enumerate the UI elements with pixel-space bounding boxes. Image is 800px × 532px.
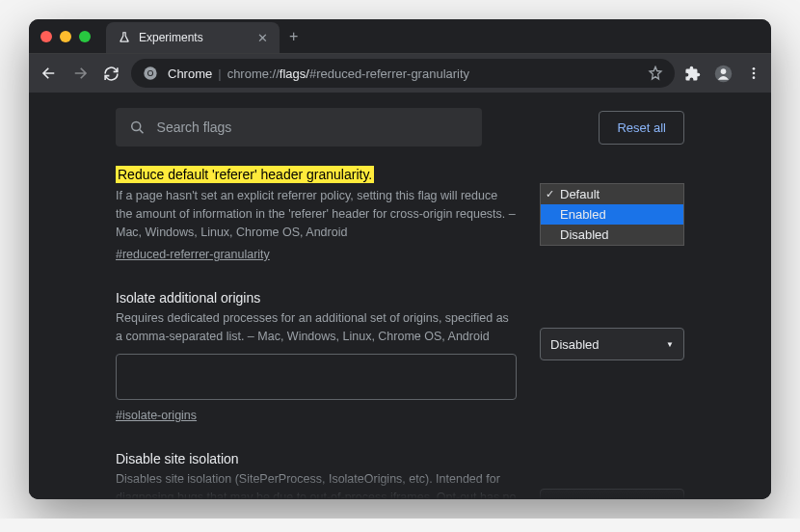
maximize-window-button[interactable] xyxy=(79,31,91,42)
chevron-down-icon: ▼ xyxy=(666,340,674,349)
flask-icon xyxy=(118,31,131,44)
dropdown-option-disabled[interactable]: Disabled xyxy=(541,225,683,245)
reload-button[interactable] xyxy=(100,63,121,84)
flag-description: Disables site isolation (SitePerProcess,… xyxy=(116,470,517,499)
svg-point-7 xyxy=(753,76,756,79)
tab-title: Experiments xyxy=(139,31,250,44)
search-flags-field[interactable] xyxy=(157,120,468,135)
svg-point-5 xyxy=(753,67,756,70)
dropdown-option-default[interactable]: ✓Default xyxy=(541,184,683,204)
flag-title: Disable site isolation xyxy=(116,451,239,466)
flag-select[interactable]: Default ▼ xyxy=(540,489,684,499)
flag-description: Requires dedicated processes for an addi… xyxy=(116,309,517,346)
search-icon xyxy=(129,119,146,136)
profile-avatar-icon[interactable] xyxy=(714,65,733,83)
toolbar-actions xyxy=(684,65,761,83)
close-window-button[interactable] xyxy=(40,31,52,42)
new-tab-button[interactable]: + xyxy=(289,28,298,45)
flag-title: Reduce default 'referer' header granular… xyxy=(116,166,374,183)
window-controls xyxy=(40,31,91,42)
flag-item: Disable site isolation Disables site iso… xyxy=(116,450,684,499)
page-content: Reset all Reduce default 'referer' heade… xyxy=(29,93,771,499)
check-icon: ✓ xyxy=(546,188,554,200)
browser-window: Experiments ✕ + Chrome | chrome://flags/… xyxy=(29,19,771,499)
flag-origins-textarea[interactable] xyxy=(116,354,517,400)
back-button[interactable] xyxy=(39,63,60,84)
close-tab-icon[interactable]: ✕ xyxy=(257,31,268,45)
svg-point-4 xyxy=(721,68,727,74)
search-flags-input[interactable] xyxy=(116,108,482,146)
flag-item: Isolate additional origins Requires dedi… xyxy=(116,289,684,423)
address-bar[interactable]: Chrome | chrome://flags/#reduced-referre… xyxy=(131,59,675,88)
browser-tab[interactable]: Experiments ✕ xyxy=(106,22,280,53)
minimize-window-button[interactable] xyxy=(60,31,71,42)
kebab-menu-icon[interactable] xyxy=(746,66,761,81)
flag-hash-link[interactable]: #reduced-referrer-granularity xyxy=(116,248,270,261)
flag-description: If a page hasn't set an explicit referre… xyxy=(116,187,517,241)
flag-hash-link[interactable]: #isolate-origins xyxy=(116,409,197,422)
flag-title: Isolate additional origins xyxy=(116,290,260,306)
toolbar: Chrome | chrome://flags/#reduced-referre… xyxy=(29,54,771,93)
forward-button[interactable] xyxy=(69,63,91,84)
dropdown-option-enabled[interactable]: Enabled xyxy=(541,204,683,225)
svg-point-6 xyxy=(753,72,756,75)
bookmark-star-icon[interactable] xyxy=(648,66,663,81)
chrome-icon xyxy=(143,66,158,81)
flag-select[interactable]: Disabled ▼ xyxy=(540,328,684,360)
extensions-icon[interactable] xyxy=(684,66,701,82)
svg-point-8 xyxy=(132,121,141,130)
flag-select-dropdown: ✓Default Enabled Disabled xyxy=(540,183,684,246)
url-text: Chrome | chrome://flags/#reduced-referre… xyxy=(168,66,469,81)
svg-point-2 xyxy=(148,71,152,75)
reset-all-button[interactable]: Reset all xyxy=(599,111,684,145)
flag-item: Reduce default 'referer' header granular… xyxy=(116,166,684,262)
titlebar: Experiments ✕ + xyxy=(29,19,771,54)
